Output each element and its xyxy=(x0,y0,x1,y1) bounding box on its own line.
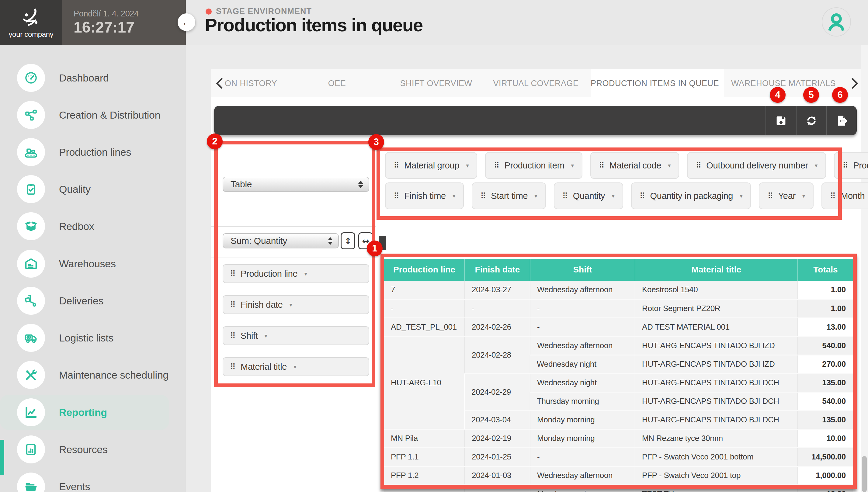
annotation-badge-1: 1 xyxy=(367,241,382,256)
drag-handle-icon: ⠿ xyxy=(230,362,236,371)
company-logo-icon xyxy=(20,6,42,29)
table-cell: PFP 1.1 xyxy=(384,448,465,466)
field-label: Finish date xyxy=(241,300,283,310)
save-button[interactable] xyxy=(766,106,796,135)
caret-down-icon: ▾ xyxy=(668,162,671,169)
tab-virtual-coverage[interactable]: VIRTUAL COVERAGE xyxy=(493,69,578,97)
sidebar-item-deliveries[interactable]: Deliveries xyxy=(0,283,170,318)
chip-quantity[interactable]: ⠿ Quantity ▾ xyxy=(554,182,623,209)
chip-label: Material code xyxy=(610,161,661,171)
tab-oee[interactable]: OEE xyxy=(328,69,346,97)
queue-table-body: 72024-03-27Wednesday afternoonKoestrosol… xyxy=(384,281,853,492)
chip-start-time[interactable]: ⠿ Start time ▾ xyxy=(472,182,546,209)
drag-handle-icon: ⠿ xyxy=(230,331,236,340)
table-cell: 2024-02-26 xyxy=(465,318,530,336)
table-row: PFP 1.12024-01-25-PFP - Swatch Veco 2001… xyxy=(384,448,853,466)
dashboard-gauge-icon xyxy=(17,64,45,92)
chevron-right-icon xyxy=(847,76,861,91)
tabs-scroll-right-button[interactable] xyxy=(847,76,861,91)
sidebar-item-label: Maintenance scheduling xyxy=(59,369,169,381)
row-field-finish-date[interactable]: ⠿ Finish date ▾ xyxy=(223,295,369,314)
sidebar-item-events[interactable]: Events xyxy=(0,469,170,492)
table-row: HUT-ARG-L102024-02-28Wednesday afternoon… xyxy=(384,336,853,355)
drag-handle-icon: ⠿ xyxy=(394,161,399,170)
chip-label: Material group xyxy=(404,161,459,171)
refresh-icon xyxy=(804,114,818,128)
column-header-totals[interactable]: Totals xyxy=(798,259,853,281)
drag-handle-icon: ⠿ xyxy=(640,191,645,200)
field-label: Material title xyxy=(241,362,287,372)
table-cell xyxy=(465,485,530,492)
caret-down-icon: ▾ xyxy=(535,193,537,199)
drag-handle-icon: ⠿ xyxy=(480,191,486,200)
caret-down-icon: ▾ xyxy=(802,193,805,199)
view-type-select[interactable]: Table xyxy=(223,177,369,192)
user-avatar[interactable] xyxy=(822,7,851,36)
chip-label: Quantity in packaging xyxy=(650,191,733,201)
tab-production-items-in-queue[interactable]: PRODUCTION ITEMS IN QUEUE xyxy=(591,69,719,97)
top-bar: your company Pondělí 1. 4. 2024 16:27:17… xyxy=(0,0,868,45)
hand-truck-icon xyxy=(17,287,45,315)
table-cell: PFP - Swatch Veco 2001 top xyxy=(635,466,798,485)
chip-month[interactable]: ⠿ Month ▾ xyxy=(821,182,868,209)
back-button[interactable]: ← xyxy=(178,14,195,31)
clock-panel: Pondělí 1. 4. 2024 16:27:17 xyxy=(62,0,186,45)
chip-year[interactable]: ⠿ Year ▾ xyxy=(759,182,814,209)
tab-on-history[interactable]: ON HISTORY xyxy=(225,69,277,97)
column-header-finish-date[interactable]: Finish date xyxy=(465,259,530,281)
sidebar-item-creation-distribution[interactable]: Creation & Distribution xyxy=(0,97,170,132)
sidebar-item-warehouses[interactable]: Warehouses xyxy=(0,246,170,281)
chip-outbound-delivery-number[interactable]: ⠿ Outbound delivery number ▾ xyxy=(687,152,826,179)
chip-production-item[interactable]: ⠿ Production item ▾ xyxy=(485,152,582,179)
aggregation-select[interactable]: Sum: Quantity xyxy=(223,233,339,248)
sidebar-item-dashboard[interactable]: Dashboard xyxy=(0,60,170,96)
chips-row-1: ⠿ Material group ▾ ⠿ Production item ▾ ⠿… xyxy=(385,152,841,179)
totals-cell: 540.00 xyxy=(798,336,853,355)
annotation-badge-2: 2 xyxy=(207,133,223,149)
sidebar-item-quality[interactable]: Quality xyxy=(0,172,170,207)
drag-handle-icon: ⠿ xyxy=(842,161,848,170)
sidebar-item-resources[interactable]: Resources xyxy=(0,432,170,467)
sidebar-item-logistic-lists[interactable]: Logistic lists xyxy=(0,320,170,355)
swap-rows-button[interactable]: ↕ xyxy=(341,232,355,249)
refresh-button[interactable] xyxy=(796,106,826,135)
table-cell: Thursday morning xyxy=(530,392,635,411)
table-cell: HUT-ARG-ENCAPS TINTADO BJI IZD xyxy=(635,336,798,355)
chip-quantity-in-packaging[interactable]: ⠿ Quantity in packaging ▾ xyxy=(631,182,751,209)
field-label: Shift xyxy=(241,331,258,341)
sidebar-item-maintenance-scheduling[interactable]: Maintenance scheduling xyxy=(0,357,170,393)
totals-cell: 135.00 xyxy=(798,373,853,392)
table-cell: 2024-01-25 xyxy=(465,448,530,466)
row-field-production-line[interactable]: ⠿ Production line ▾ xyxy=(223,264,369,283)
chip-finish-time[interactable]: ⠿ Finish time ▾ xyxy=(385,182,464,209)
table-cell: - xyxy=(530,448,635,466)
table-cell: MN Pila xyxy=(384,429,465,448)
row-field-shift[interactable]: ⠿ Shift ▾ xyxy=(223,326,369,345)
column-header-production-line[interactable]: Production line xyxy=(384,259,465,281)
export-button[interactable] xyxy=(826,106,857,135)
page-title: Production items in queue xyxy=(205,15,423,35)
drag-handle-icon: ⠿ xyxy=(394,191,399,200)
row-field-material-title[interactable]: ⠿ Material title ▾ xyxy=(223,357,369,376)
scrollbar-thumb[interactable] xyxy=(862,456,867,492)
sidebar-item-label: Warehouses xyxy=(59,258,116,270)
sidebar-item-reporting[interactable]: Reporting xyxy=(0,395,169,430)
chip-label: Month xyxy=(841,191,865,201)
chip-production-time[interactable]: ⠿ Production time ▾ xyxy=(834,152,868,179)
column-header-material-title[interactable]: Material title xyxy=(635,259,798,281)
truck-clock-icon xyxy=(17,324,45,352)
current-date: Pondělí 1. 4. 2024 xyxy=(74,9,186,19)
company-logo: your company xyxy=(0,0,62,45)
table-cell: - xyxy=(530,299,635,318)
chip-material-code[interactable]: ⠿ Material code ▾ xyxy=(590,152,679,179)
sidebar-item-label: Dashboard xyxy=(59,72,109,84)
chip-material-group[interactable]: ⠿ Material group ▾ xyxy=(385,152,477,179)
table-cell: 2024-03-04 xyxy=(465,411,530,429)
tab-shift-overview[interactable]: SHIFT OVERVIEW xyxy=(400,69,472,97)
caret-down-icon: ▾ xyxy=(294,363,296,370)
sidebar-item-redbox[interactable]: Redbox xyxy=(0,208,170,244)
table-cell: AD_TEST_PL_001 xyxy=(384,318,465,336)
sidebar-item-production-lines[interactable]: Production lines xyxy=(0,134,170,170)
totals-cell: 135.00 xyxy=(798,411,853,429)
column-header-shift[interactable]: Shift xyxy=(530,259,635,281)
